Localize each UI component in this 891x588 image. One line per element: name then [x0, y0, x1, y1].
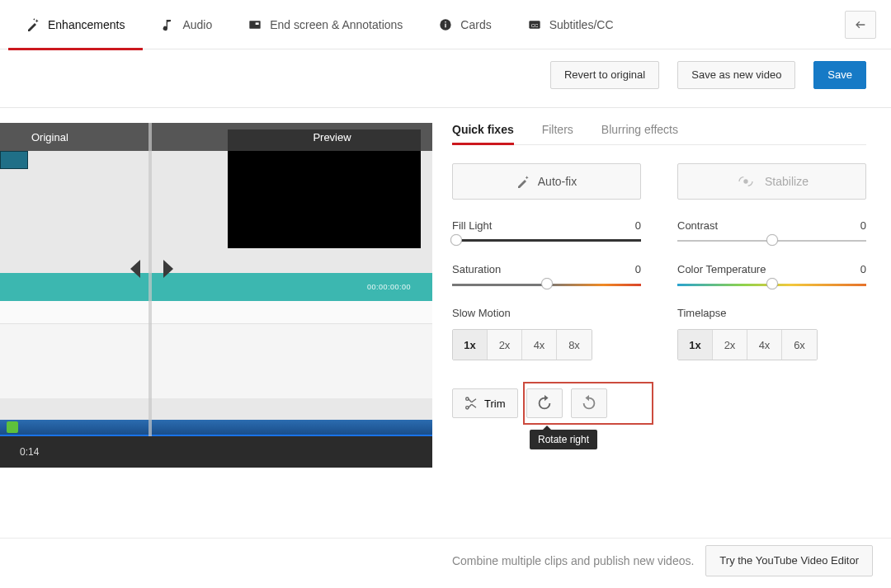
trim-button[interactable]: Trim — [452, 388, 518, 418]
saturation-block: Saturation 0 — [452, 263, 641, 287]
autofix-label: Auto-fix — [538, 175, 577, 188]
info-icon — [439, 18, 452, 31]
saturation-value: 0 — [635, 263, 641, 275]
rotate-right-icon — [535, 394, 554, 412]
time-6x[interactable]: 6x — [782, 330, 817, 360]
tab-audio[interactable]: Audio — [143, 0, 230, 49]
slow-1x[interactable]: 1x — [453, 330, 488, 360]
svg-text:CC: CC — [530, 22, 538, 27]
stabilize-button[interactable]: Stabilize — [677, 163, 866, 200]
tab-end-screen-label: End screen & Annotations — [270, 18, 403, 31]
color-temp-label: Color Temperature — [677, 263, 766, 275]
preview-time-bar: 0:14 — [0, 436, 432, 468]
inner-start-icon — [7, 421, 18, 433]
tab-enhancements[interactable]: Enhancements — [8, 0, 143, 49]
footer: Combine multiple clips and publish new v… — [0, 538, 891, 583]
preview-header: Original Preview — [0, 123, 432, 151]
rotate-right-tooltip: Rotate right — [530, 430, 597, 449]
subtab-blurring[interactable]: Blurring effects — [601, 123, 678, 144]
fill-light-slider[interactable] — [452, 238, 641, 243]
slow-motion-group: 1x 2x 4x 8x — [452, 329, 592, 360]
wand-icon — [26, 18, 40, 31]
svg-point-8 — [466, 397, 469, 400]
svg-rect-3 — [446, 23, 446, 27]
svg-rect-1 — [256, 22, 259, 25]
try-editor-button[interactable]: Try the YouTube Video Editor — [705, 545, 873, 576]
tab-cards-label: Cards — [460, 18, 491, 31]
cc-icon: CC — [528, 18, 541, 31]
stabilize-label: Stabilize — [765, 175, 808, 188]
timelapse-group: 1x 2x 4x 6x — [677, 329, 818, 360]
time-1x[interactable]: 1x — [678, 330, 713, 360]
side-panel: Quick fixes Filters Blurring effects Aut… — [449, 123, 891, 418]
svg-point-9 — [466, 407, 469, 409]
original-label: Original — [31, 131, 68, 143]
end-screen-icon — [248, 18, 262, 31]
footer-hint: Combine multiple clips and publish new v… — [452, 554, 694, 567]
tab-audio-label: Audio — [182, 18, 212, 31]
timelapse-block: Timelapse 1x 2x 4x 6x — [677, 307, 866, 360]
preview-label: Preview — [313, 131, 351, 143]
tab-subtitles-label: Subtitles/CC — [549, 18, 614, 31]
trim-label: Trim — [484, 397, 506, 410]
slow-8x[interactable]: 8x — [557, 330, 592, 360]
inner-taskbar — [0, 420, 432, 435]
nav-prev-icon[interactable] — [129, 260, 142, 278]
fill-light-label: Fill Light — [452, 219, 492, 232]
preview-column: Original Preview 00:00:00:00 — [0, 123, 432, 468]
saturation-slider[interactable] — [452, 282, 641, 287]
tool-row: Trim Rotate right — [452, 388, 866, 418]
autofix-button[interactable]: Auto-fix — [452, 163, 641, 200]
slow-motion-label: Slow Motion — [452, 307, 641, 319]
color-temp-slider[interactable] — [677, 282, 866, 287]
top-tab-bar: Enhancements Audio End screen & Annotati… — [0, 0, 891, 49]
save-as-new-button[interactable]: Save as new video — [677, 61, 795, 89]
tab-cards[interactable]: Cards — [421, 0, 509, 49]
rotate-right-button[interactable] — [526, 388, 563, 418]
tab-enhancements-label: Enhancements — [48, 18, 125, 31]
timestamp: 0:14 — [20, 446, 39, 458]
stabilize-icon — [735, 175, 757, 188]
rotate-left-icon — [580, 394, 598, 412]
subtab-filters[interactable]: Filters — [542, 123, 573, 144]
reply-arrow-icon — [854, 18, 867, 31]
nav-next-icon[interactable] — [162, 260, 175, 278]
split-divider[interactable] — [148, 123, 152, 436]
tab-subtitles[interactable]: CC Subtitles/CC — [510, 0, 632, 49]
scissors-icon — [464, 397, 478, 410]
color-temp-value: 0 — [860, 263, 866, 275]
preview-split[interactable]: Original Preview 00:00:00:00 — [0, 123, 432, 436]
contrast-label: Contrast — [677, 219, 718, 232]
svg-point-7 — [743, 179, 747, 183]
video-thumbnail — [0, 151, 28, 169]
action-row: Revert to original Save as new video Sav… — [0, 49, 891, 108]
fill-light-value: 0 — [635, 219, 641, 232]
save-button[interactable]: Save — [813, 61, 866, 89]
slow-motion-block: Slow Motion 1x 2x 4x 8x — [452, 307, 641, 360]
subtab-quick-fixes[interactable]: Quick fixes — [452, 123, 514, 144]
color-temp-block: Color Temperature 0 — [677, 263, 866, 287]
note-icon — [161, 18, 174, 31]
timelapse-label: Timelapse — [677, 307, 866, 319]
inner-teal-strip: 00:00:00:00 — [0, 273, 432, 301]
tab-end-screen[interactable]: End screen & Annotations — [230, 0, 421, 49]
time-4x[interactable]: 4x — [747, 330, 782, 360]
saturation-label: Saturation — [452, 263, 501, 275]
time-2x[interactable]: 2x — [713, 330, 747, 360]
fill-light-block: Fill Light 0 — [452, 219, 641, 243]
undo-button[interactable] — [845, 11, 876, 39]
contrast-block: Contrast 0 — [677, 219, 866, 243]
slow-2x[interactable]: 2x — [488, 330, 522, 360]
wand-icon — [516, 175, 530, 188]
main-area: Original Preview 00:00:00:00 — [0, 123, 891, 468]
sub-tab-bar: Quick fixes Filters Blurring effects — [452, 123, 866, 145]
inner-white-strip — [0, 301, 432, 324]
revert-button[interactable]: Revert to original — [550, 61, 659, 89]
controls-grid: Auto-fix Stabilize Fill Light 0 — [452, 163, 866, 360]
inner-timecode: 00:00:00:00 — [367, 283, 411, 291]
preview-body: 00:00:00:00 — [0, 123, 432, 436]
inner-tracks — [0, 324, 432, 398]
slow-4x[interactable]: 4x — [522, 330, 557, 360]
rotate-left-button[interactable] — [571, 388, 607, 418]
contrast-slider[interactable] — [677, 238, 866, 243]
